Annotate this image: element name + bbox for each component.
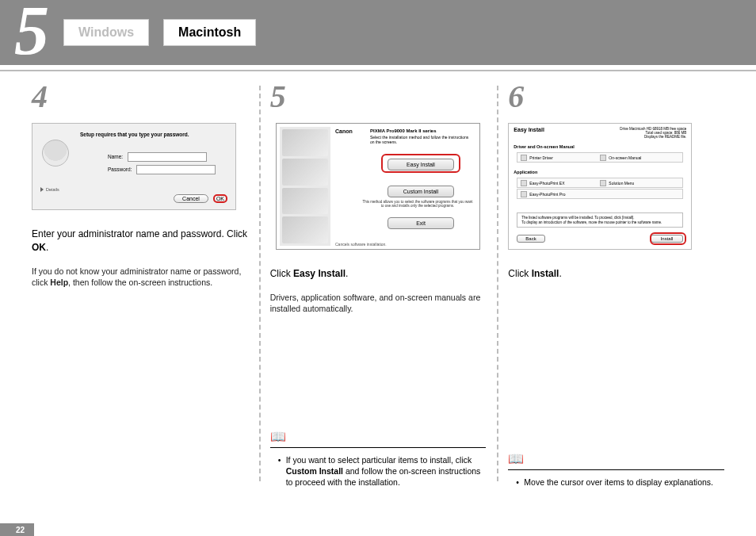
tab-windows: Windows: [63, 19, 149, 46]
list-row[interactable]: Printer Driver On-screen Manual: [517, 152, 683, 163]
book-icon: 📖: [508, 452, 521, 465]
thumbnail-strip: [280, 127, 330, 246]
step4-subtext: If you do not know your administrator na…: [32, 266, 248, 289]
name-field-row: Name:: [108, 152, 207, 162]
easy-install-list-screenshot: Easy Install Drive Macintosh HD 68918 MB…: [508, 123, 692, 250]
text: Enter your administrator name and passwo…: [32, 228, 247, 239]
details-disclosure[interactable]: Details: [40, 187, 59, 192]
note-item: If you want to select particular items t…: [278, 454, 487, 488]
list-row[interactable]: Easy-PhotoPrint EX Solution Menu: [517, 178, 683, 188]
step5-subtext: Drivers, application software, and on-sc…: [270, 292, 487, 315]
text-bold: OK: [32, 242, 46, 253]
app-icon: [521, 180, 527, 186]
tab-macintosh: Macintosh: [163, 19, 256, 46]
app-icon: [600, 180, 606, 186]
book-icon: 📖: [270, 430, 284, 443]
app-icon: [600, 155, 606, 161]
install-message-box: The listed software programs will be ins…: [517, 212, 683, 228]
thumb-image: [282, 159, 328, 186]
text: .: [346, 268, 348, 279]
back-button[interactable]: Back: [517, 235, 544, 243]
section-driver-label: Driver and On-screen Manual: [514, 144, 574, 149]
step6-instruction: Click Install.: [508, 267, 724, 281]
step-5: 5 Canon PIXMA Pro9000 Mark II series Sel…: [259, 78, 498, 315]
page-number: 22: [0, 523, 34, 536]
item-label: Easy-PhotoPrint Pro: [529, 192, 565, 197]
item-label: Easy-PhotoPrint EX: [529, 181, 564, 186]
text: Displays the README file.: [620, 135, 686, 139]
text-bold: Help: [50, 278, 68, 287]
note-list: Move the cursor over items to display ex…: [508, 477, 724, 488]
step5-instruction: Click Easy Install.: [270, 267, 487, 281]
password-input[interactable]: [136, 165, 216, 174]
thumb-image: [282, 129, 328, 156]
dialog-title: Easy Install: [514, 127, 544, 132]
text: .: [46, 242, 48, 253]
text: , then follow the on-screen instructions…: [68, 278, 212, 287]
footer-note: Cancels software installation.: [335, 242, 387, 247]
ok-button[interactable]: OK: [213, 194, 227, 203]
note-rule: [270, 447, 487, 448]
installer-dialog-screenshot: Canon PIXMA Pro9000 Mark II series Selec…: [276, 123, 480, 250]
easy-install-button[interactable]: Easy Install: [388, 159, 454, 170]
product-label: PIXMA Pro9000 Mark II series: [370, 128, 437, 133]
custom-install-button[interactable]: Custom Install: [388, 186, 454, 197]
brand-label: Canon: [335, 128, 353, 134]
step-number-5: 5: [270, 78, 487, 115]
header-bar: 5 Windows Macintosh: [0, 0, 756, 65]
app-icon: [521, 155, 527, 161]
list-row[interactable]: Easy-PhotoPrint Pro: [517, 189, 683, 199]
step-4: 4 Setup requires that you type your pass…: [21, 78, 259, 315]
step5-note: 📖 If you want to select particular items…: [270, 429, 487, 488]
dialog-buttons: Cancel OK: [174, 194, 227, 203]
section-number: 5: [14, 0, 49, 66]
step-number-4: 4: [32, 78, 248, 115]
note-rule: [508, 469, 724, 470]
text: To display an introduction of the softwa…: [521, 220, 678, 225]
section-application-label: Application: [514, 170, 537, 174]
auth-message: Setup requires that you type your passwo…: [80, 132, 189, 137]
note-list: If you want to select particular items t…: [270, 454, 487, 488]
method-note: This method allows you to select the sof…: [362, 200, 473, 208]
thumb-image: [282, 188, 328, 215]
lock-icon: [42, 140, 69, 167]
steps-row: 4 Setup requires that you type your pass…: [0, 71, 756, 315]
item-label: On-screen Manual: [609, 155, 641, 160]
step6-note: 📖 Move the cursor over items to display …: [508, 451, 724, 488]
step4-instruction: Enter your administrator name and passwo…: [32, 228, 248, 255]
text-bold: Easy Install: [293, 268, 346, 279]
name-label: Name:: [108, 154, 123, 159]
disclosure-triangle-icon: [40, 187, 44, 192]
exit-button[interactable]: Exit: [388, 217, 454, 229]
text: Click: [508, 268, 531, 279]
thumb-image: [282, 216, 328, 243]
text: If you want to select particular items t…: [286, 455, 472, 465]
step-6: 6 Easy Install Drive Macintosh HD 68918 …: [497, 78, 735, 315]
app-icon: [521, 191, 527, 197]
text: .: [559, 268, 561, 279]
password-field-row: Password:: [108, 165, 216, 174]
column-separator: [259, 86, 261, 481]
name-input[interactable]: [128, 152, 207, 162]
text: Click: [270, 268, 293, 279]
item-label: Solution Menu: [609, 181, 634, 186]
item-label: Printer Driver: [529, 155, 552, 160]
text-bold: Install: [532, 268, 559, 279]
auth-dialog-screenshot: Setup requires that you type your passwo…: [32, 123, 236, 210]
intro-text: Select the installation method and follo…: [370, 135, 473, 144]
note-item: Move the cursor over items to display ex…: [516, 477, 724, 488]
details-label: Details: [46, 187, 59, 192]
cancel-button[interactable]: Cancel: [174, 194, 208, 203]
column-separator: [497, 86, 498, 481]
step-number-6: 6: [508, 78, 724, 115]
disk-meta: Drive Macintosh HD 68918 MB free space T…: [620, 127, 686, 140]
text-bold: Custom Install: [286, 466, 343, 476]
highlight-box: [650, 232, 686, 245]
password-label: Password:: [108, 167, 132, 172]
